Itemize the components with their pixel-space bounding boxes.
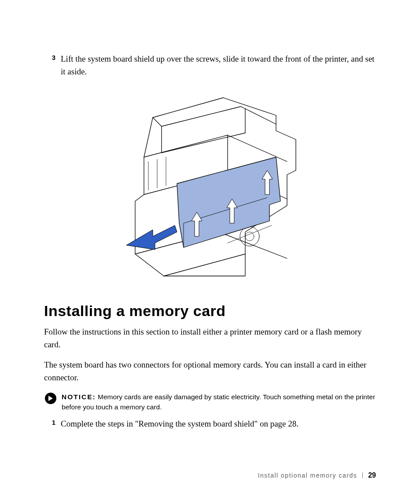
printer-illustration — [113, 91, 307, 285]
page: 3 Lift the system board shield up over t… — [0, 0, 420, 504]
notice-icon — [44, 392, 57, 405]
page-footer: Install optional memory cards 29 — [258, 471, 376, 479]
notice-label: NOTICE: — [62, 393, 96, 401]
step-text: Complete the steps in "Removing the syst… — [61, 418, 376, 430]
footer-section-title: Install optional memory cards — [258, 472, 357, 479]
step-number: 3 — [44, 53, 61, 63]
notice-body: Memory cards are easily damaged by stati… — [62, 393, 375, 411]
section-paragraph-2: The system board has two connectors for … — [44, 359, 376, 384]
step-1-row: 1 Complete the steps in "Removing the sy… — [44, 418, 376, 430]
step-text: Lift the system board shield up over the… — [61, 53, 376, 78]
svg-point-1 — [245, 232, 254, 241]
notice-text: NOTICE: Memory cards are easily damaged … — [62, 392, 376, 412]
notice-row: NOTICE: Memory cards are easily damaged … — [44, 392, 376, 412]
step-3-row: 3 Lift the system board shield up over t… — [44, 53, 376, 78]
figure-printer-shield — [44, 91, 376, 285]
step-number: 1 — [44, 418, 61, 428]
section-paragraph-1: Follow the instructions in this section … — [44, 326, 376, 351]
footer-separator — [362, 472, 363, 478]
section-title: Installing a memory card — [44, 302, 376, 320]
footer-page-number: 29 — [368, 471, 376, 479]
